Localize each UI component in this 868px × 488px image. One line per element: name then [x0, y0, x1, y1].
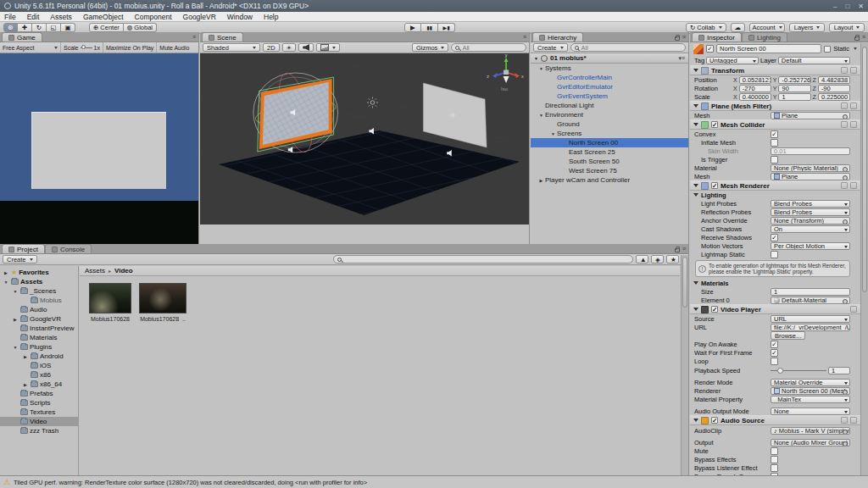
pause-button[interactable]: ▮▮: [421, 23, 438, 32]
materials-size-field[interactable]: 1: [771, 288, 850, 296]
step-button[interactable]: ▶▮: [438, 23, 455, 32]
project-folder-googlevr[interactable]: ▶GoogleVR: [0, 314, 78, 324]
mesh-field[interactable]: Plane: [771, 112, 850, 119]
motion-vectors-dropdown[interactable]: Per Object Motion: [771, 242, 850, 250]
menu-help[interactable]: Help: [264, 13, 278, 21]
layers-dropdown[interactable]: Layers: [789, 23, 825, 32]
menu-file[interactable]: File: [4, 13, 16, 21]
foldout-icon[interactable]: [693, 123, 698, 126]
lock-icon[interactable]: [854, 36, 860, 41]
mute-audio-toggle[interactable]: Mute Audio: [157, 42, 192, 53]
hierarchy-panel-menu-icon[interactable]: ≡: [682, 34, 686, 41]
material-property-dropdown[interactable]: _MainTex: [771, 396, 850, 403]
position-x-field[interactable]: 0.0528121: [739, 76, 771, 84]
hierarchy-item-gvreventsystem[interactable]: GvrEventSystem: [531, 92, 688, 101]
project-folder-android[interactable]: ▶Android: [0, 352, 78, 361]
minimize-button[interactable]: –: [833, 3, 837, 10]
asset-video-file-1[interactable]: Mobius170628: [85, 283, 136, 322]
gear-icon[interactable]: [850, 103, 857, 109]
browse-button[interactable]: Browse...: [771, 331, 805, 340]
project-folder-materials[interactable]: Materials: [0, 333, 78, 342]
mesh-collider-enabled-checkbox[interactable]: ✓: [711, 121, 718, 128]
tag-dropdown[interactable]: Untagged: [706, 57, 759, 64]
transform-header[interactable]: Transform: [690, 65, 860, 75]
project-folder-x86[interactable]: x86: [0, 370, 78, 380]
rotation-z-field[interactable]: -90: [818, 85, 850, 92]
project-folder-scripts[interactable]: Scripts: [0, 398, 78, 408]
maximize-on-play-toggle[interactable]: Maximize On Play: [103, 42, 157, 53]
mesh-collider-header[interactable]: ✓ Mesh Collider: [690, 119, 860, 130]
inspector-scrollbar[interactable]: [860, 43, 868, 475]
help-icon[interactable]: [841, 417, 848, 424]
hierarchy-item-systems[interactable]: ▼Systems: [531, 64, 688, 73]
scene-audio-toggle[interactable]: [298, 43, 314, 52]
gear-icon[interactable]: [850, 67, 857, 74]
audio-clip-field[interactable]: ♪ Mobius - Mark V (simplemixer) 00: [771, 427, 850, 435]
project-folder-x86-64[interactable]: ▶x86_64: [0, 380, 78, 389]
static-checkbox[interactable]: [824, 46, 831, 53]
lightmap-static-checkbox[interactable]: [771, 251, 778, 258]
project-favorites[interactable]: ▶★Favorites: [0, 268, 78, 277]
cast-shadows-dropdown[interactable]: On: [771, 225, 850, 233]
scene-panel-menu-icon[interactable]: ≡: [523, 34, 526, 41]
video-source-dropdown[interactable]: URL: [771, 315, 850, 323]
hierarchy-item-east-screen-25[interactable]: East Screen 25: [531, 147, 688, 157]
collider-mesh-field[interactable]: Plane: [771, 173, 850, 180]
close-button[interactable]: ✕: [858, 3, 864, 10]
is-trigger-checkbox[interactable]: [771, 156, 778, 164]
renderer-field[interactable]: North Screen 00 (Mesh Renderer): [771, 387, 850, 395]
convex-checkbox[interactable]: ✓: [771, 130, 778, 138]
rotation-y-field[interactable]: 90: [778, 85, 810, 92]
space-toggle-button[interactable]: ◍Global: [124, 23, 157, 32]
foldout-icon[interactable]: [693, 308, 698, 311]
static-dropdown-icon[interactable]: [854, 47, 857, 50]
layout-dropdown[interactable]: Layout: [829, 23, 865, 32]
game-panel-menu-icon[interactable]: ≡: [192, 34, 196, 41]
physic-material-field[interactable]: None (Physic Material): [771, 164, 850, 172]
position-y-field[interactable]: -0.252726: [778, 76, 810, 84]
menu-window[interactable]: Window: [227, 13, 253, 21]
menu-googlevr[interactable]: GoogleVR: [183, 13, 216, 21]
bypass-listener-checkbox[interactable]: [771, 464, 778, 472]
scrollbar-thumb[interactable]: [682, 257, 687, 308]
video-url-field[interactable]: file://K:/_vrDevelopment_/UnityProject: [771, 324, 850, 331]
audio-output-mode-dropdown[interactable]: None: [771, 408, 850, 415]
2d-toggle[interactable]: 2D: [263, 43, 280, 52]
lighting-foldout[interactable]: Lighting: [690, 191, 860, 199]
playback-speed-slider[interactable]: [771, 367, 826, 374]
mesh-renderer-enabled-checkbox[interactable]: ✓: [711, 182, 718, 189]
tab-inspector[interactable]: Inspector: [692, 32, 742, 42]
light-probes-dropdown[interactable]: Blend Probes: [771, 200, 850, 208]
scene-lighting-toggle[interactable]: ☀: [282, 43, 297, 52]
rotation-x-field[interactable]: -270: [739, 85, 771, 92]
pivot-toggle-button[interactable]: ⊕Center: [89, 23, 124, 32]
foldout-icon[interactable]: [693, 184, 698, 187]
help-icon[interactable]: [841, 121, 848, 128]
draw-mode-dropdown[interactable]: Shaded: [203, 43, 260, 52]
foldout-icon[interactable]: [693, 104, 698, 108]
tab-project[interactable]: Project: [2, 244, 45, 253]
game-viewport[interactable]: [0, 53, 198, 244]
hierarchy-item-gvrcontrollermain[interactable]: GvrControllerMain: [531, 73, 688, 82]
tab-game[interactable]: Game: [2, 32, 42, 42]
aspect-dropdown[interactable]: Free Aspect: [0, 42, 61, 53]
video-play-on-awake-checkbox[interactable]: ✓: [771, 341, 778, 348]
cloud-button[interactable]: ☁: [731, 23, 746, 32]
scale-x-field[interactable]: 0.400000: [739, 93, 771, 101]
menu-assets[interactable]: Assets: [50, 13, 72, 21]
hierarchy-item-screens[interactable]: ▼Screens: [531, 129, 688, 138]
help-icon[interactable]: [841, 182, 848, 189]
anchor-override-field[interactable]: None (Transform): [771, 217, 850, 225]
materials-foldout[interactable]: Materials: [690, 279, 860, 287]
play-button[interactable]: ▶: [404, 23, 421, 32]
lock-icon[interactable]: [675, 36, 680, 41]
active-checkbox[interactable]: ✓: [706, 45, 714, 53]
video-loop-checkbox[interactable]: [771, 358, 778, 365]
maximize-button[interactable]: □: [845, 3, 849, 10]
project-folder-scenes[interactable]: ▼_Scenes: [0, 286, 78, 296]
menu-edit[interactable]: Edit: [27, 13, 40, 21]
scale-tool-button[interactable]: ◱: [47, 23, 61, 32]
audio-output-field[interactable]: None (Audio Mixer Group): [771, 439, 850, 446]
inspector-panel-menu-icon[interactable]: ≡: [862, 34, 865, 41]
scale-z-field[interactable]: 0.225000: [818, 93, 850, 101]
